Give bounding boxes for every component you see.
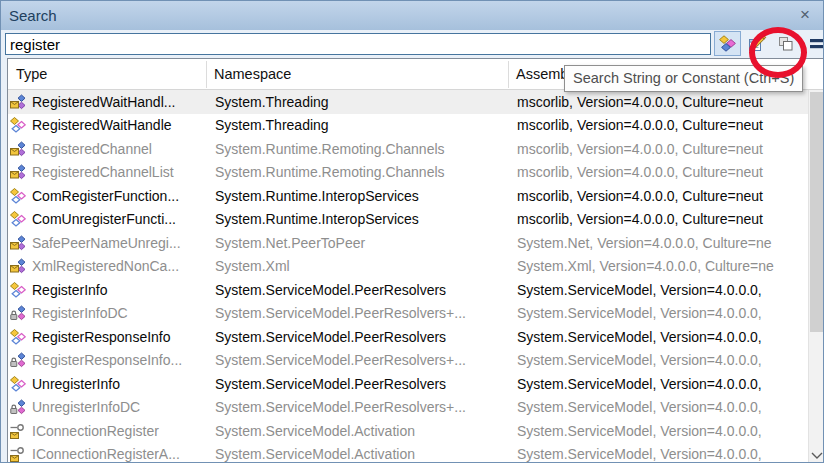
chevron-down-icon (811, 452, 823, 460)
table-row[interactable]: UnregisterInfo System.ServiceModel.PeerR… (8, 372, 808, 396)
scrollbar-thumb[interactable] (810, 92, 824, 332)
table-row[interactable]: RegisterResponseInfo... System.ServiceMo… (8, 349, 808, 373)
vertical-scrollbar[interactable] (808, 90, 824, 463)
search-string-or-constant-button[interactable] (771, 31, 798, 56)
menu-button[interactable] (807, 31, 824, 56)
table-row[interactable]: UnregisterInfoDC System.ServiceModel.Pee… (8, 396, 808, 420)
table-row[interactable]: RegisterInfoDC System.ServiceModel.PeerR… (8, 302, 808, 326)
column-header-type[interactable]: Type (16, 59, 47, 89)
class-diamonds-icon (719, 35, 736, 52)
table-row[interactable]: RegisteredChannelList System.Runtime.Rem… (8, 161, 808, 185)
table-row[interactable]: RegisterResponseInfo System.ServiceModel… (8, 325, 808, 349)
column-header-namespace[interactable]: Namespace (214, 59, 291, 89)
class-public-icon (10, 282, 26, 298)
table-row[interactable]: XmlRegisteredNonCa... System.Xml System.… (8, 255, 808, 279)
search-window: Search × Type Namespace Assembly Registe… (0, 0, 824, 463)
window-title: Search (9, 7, 57, 24)
interface-internal-icon (10, 423, 26, 439)
column-separator[interactable] (508, 61, 509, 88)
search-input[interactable] (5, 33, 711, 55)
class-internal-icon (10, 141, 26, 157)
class-internal-lock-icon (10, 352, 26, 368)
table-row[interactable]: IConnectionRegisterA... System.ServiceMo… (8, 443, 808, 463)
class-internal-icon (10, 94, 26, 110)
interface-internal-icon (10, 446, 26, 462)
overlapping-squares-icon (777, 36, 793, 52)
class-public-icon (10, 117, 26, 133)
menu-lines-icon (810, 37, 824, 51)
search-type-button[interactable] (714, 31, 741, 56)
class-internal-lock-icon (10, 305, 26, 321)
table-row[interactable]: ComRegisterFunction... System.Runtime.In… (8, 184, 808, 208)
class-public-icon (10, 329, 26, 345)
scroll-down-button[interactable] (809, 447, 824, 463)
table-row[interactable]: ComUnregisterFuncti... System.Runtime.In… (8, 208, 808, 232)
class-public-icon (10, 188, 26, 204)
table-row[interactable]: RegisteredWaitHandle System.Threading ms… (8, 114, 808, 138)
table-row[interactable]: IConnectionRegister System.ServiceModel.… (8, 419, 808, 443)
table-row[interactable]: RegisterInfo System.ServiceModel.PeerRes… (8, 278, 808, 302)
class-internal-lock-icon (10, 399, 26, 415)
column-separator[interactable] (206, 61, 207, 88)
search-toolbar (1, 30, 823, 58)
table-row[interactable]: RegisteredWaitHandl... System.Threading … (8, 90, 808, 114)
search-results-table: Type Namespace Assembly RegisteredWaitHa… (7, 58, 824, 463)
table-body: RegisteredWaitHandl... System.Threading … (8, 90, 808, 463)
close-icon[interactable]: × (800, 5, 810, 25)
table-row[interactable]: SafePeerNameUnregi... System.Net.PeerToP… (8, 231, 808, 255)
class-public-icon (10, 376, 26, 392)
class-internal-icon (10, 164, 26, 180)
class-public-icon (10, 211, 26, 227)
tooltip: Search String or Constant (Ctrl+S) (564, 65, 803, 92)
member-pencil-icon (749, 35, 767, 52)
class-internal-icon (10, 258, 26, 274)
titlebar: Search × (1, 1, 823, 30)
class-internal-icon (10, 235, 26, 251)
search-member-button[interactable] (744, 31, 771, 56)
table-row[interactable]: RegisteredChannel System.Runtime.Remotin… (8, 137, 808, 161)
